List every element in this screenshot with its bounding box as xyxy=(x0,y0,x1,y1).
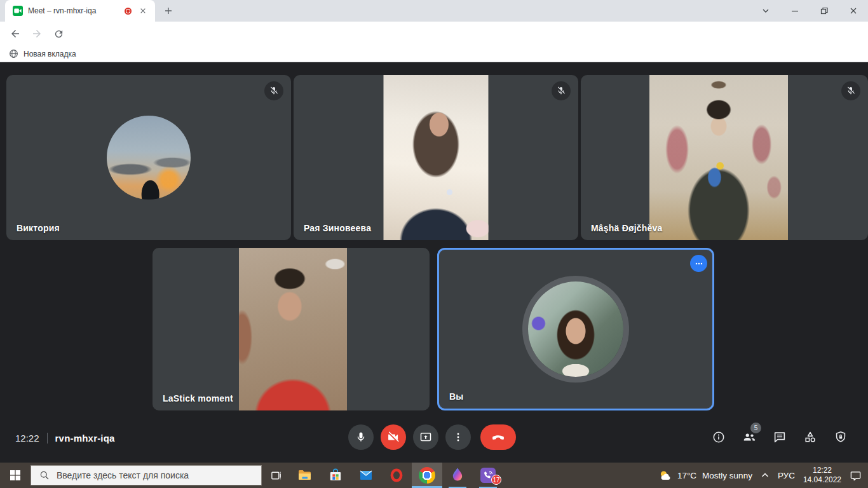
browser-tabstrip: Meet – rvn-mhxr-iqa xyxy=(0,0,868,22)
meeting-details-button[interactable] xyxy=(712,430,726,444)
taskbar-search[interactable] xyxy=(31,465,262,485)
mic-off-icon xyxy=(264,81,283,100)
participant-tile-viktoria[interactable]: Виктория xyxy=(6,75,291,240)
mic-off-icon xyxy=(841,81,860,100)
bookmarks-bar: Новая вкладка xyxy=(0,46,868,62)
call-controls xyxy=(348,424,516,450)
chat-button[interactable] xyxy=(773,430,787,444)
taskbar-app-paint-3d[interactable] xyxy=(442,463,473,488)
participant-name: Рая Зиновеева xyxy=(304,223,371,233)
participants-button[interactable]: 5 xyxy=(742,430,756,444)
participant-tile-raya[interactable]: Рая Зиновеева xyxy=(294,75,578,240)
mic-off-icon xyxy=(552,81,571,100)
chrome-icon xyxy=(419,467,435,484)
task-view-button[interactable] xyxy=(262,463,290,488)
participant-name: Виктория xyxy=(17,223,60,233)
meeting-clock: 12:22 xyxy=(15,433,39,444)
weather-temperature: 17°C xyxy=(677,471,696,480)
window-chevron-down-icon[interactable] xyxy=(751,0,780,21)
clock-date: 14.04.2022 xyxy=(803,475,841,485)
meeting-panels: 5 xyxy=(712,430,848,444)
tab-recording-indicator-icon xyxy=(125,8,132,15)
weather-sun-cloud-icon xyxy=(659,470,672,481)
taskbar-app-chrome[interactable] xyxy=(412,463,442,488)
end-call-button[interactable] xyxy=(480,424,516,450)
clock-time: 12:22 xyxy=(803,466,841,475)
activities-button[interactable] xyxy=(803,430,817,444)
divider xyxy=(47,433,48,444)
host-controls-button[interactable] xyxy=(834,430,848,444)
language-indicator[interactable]: РУС xyxy=(778,471,795,480)
microphone-button[interactable] xyxy=(348,424,374,450)
taskbar-clock[interactable]: 12:22 14.04.2022 xyxy=(803,466,841,485)
viber-badge: 17 xyxy=(491,475,501,485)
meeting-code: rvn-mhxr-iqa xyxy=(55,433,115,444)
back-button[interactable] xyxy=(6,25,24,43)
meet-page: Виктория Рая Зиновеева Mâşhä Đøjčhĕva La… xyxy=(0,62,868,463)
window-controls xyxy=(751,0,868,21)
meet-favicon-icon xyxy=(13,6,23,16)
participant-video xyxy=(384,75,489,240)
taskbar-app-file-explorer[interactable] xyxy=(290,463,320,488)
weather-condition: Mostly sunny xyxy=(702,471,752,480)
search-icon xyxy=(39,470,50,480)
tile-options-button[interactable] xyxy=(690,255,707,272)
participant-tile-you[interactable]: Вы xyxy=(437,248,714,410)
taskbar-spacer xyxy=(503,463,659,488)
present-screen-button[interactable] xyxy=(413,424,438,450)
window-restore-button[interactable] xyxy=(810,0,839,21)
participant-tile-lastick[interactable]: LaStick moment xyxy=(153,248,430,410)
browser-toolbar: meet.google.com/rvn-mhxr-iqa xyxy=(0,22,868,46)
participant-name: LaStick moment xyxy=(163,393,233,403)
globe-icon xyxy=(9,49,18,58)
participant-avatar xyxy=(107,116,191,200)
camera-off-button[interactable] xyxy=(381,424,406,450)
participant-avatar xyxy=(528,281,623,377)
participant-tile-masha[interactable]: Mâşhä Đøjčhĕva xyxy=(581,75,868,240)
browser-tab-meet[interactable]: Meet – rvn-mhxr-iqa xyxy=(5,0,155,22)
action-center-icon[interactable] xyxy=(850,470,862,482)
taskbar-app-opera[interactable] xyxy=(381,463,412,488)
more-options-button[interactable] xyxy=(445,424,471,450)
tray-chevron-up-icon[interactable] xyxy=(761,471,770,479)
reload-button[interactable] xyxy=(50,25,67,43)
search-input[interactable] xyxy=(57,470,241,480)
participant-name: Mâşhä Đøjčhĕva xyxy=(591,223,663,233)
new-tab-button[interactable] xyxy=(163,5,174,17)
tab-close-button[interactable] xyxy=(137,5,149,17)
forward-button[interactable] xyxy=(28,25,46,43)
system-tray: 17°C Mostly sunny РУС 12:22 14.04.2022 xyxy=(659,463,868,488)
window-minimize-button[interactable] xyxy=(780,0,810,21)
meeting-status: 12:22 rvn-mhxr-iqa xyxy=(15,430,115,446)
windows-taskbar: 17 17°C Mostly sunny РУС 12:22 14.04.202… xyxy=(0,463,868,488)
participant-name: Вы xyxy=(449,391,463,402)
desktop-screen: Meet – rvn-mhxr-iqa xyxy=(0,0,868,488)
window-close-button[interactable] xyxy=(839,0,868,21)
taskbar-app-mail[interactable] xyxy=(351,463,381,488)
taskbar-app-microsoft-store[interactable] xyxy=(320,463,351,488)
taskbar-weather[interactable]: 17°C Mostly sunny xyxy=(659,470,752,481)
participants-count-badge: 5 xyxy=(750,423,761,433)
participant-video xyxy=(239,248,347,410)
start-button[interactable] xyxy=(0,463,31,488)
tab-title: Meet – rvn-mhxr-iqa xyxy=(28,6,125,15)
participant-video xyxy=(649,75,788,240)
taskbar-app-viber[interactable]: 17 xyxy=(473,463,503,488)
bookmark-new-tab[interactable]: Новая вкладка xyxy=(24,50,76,58)
